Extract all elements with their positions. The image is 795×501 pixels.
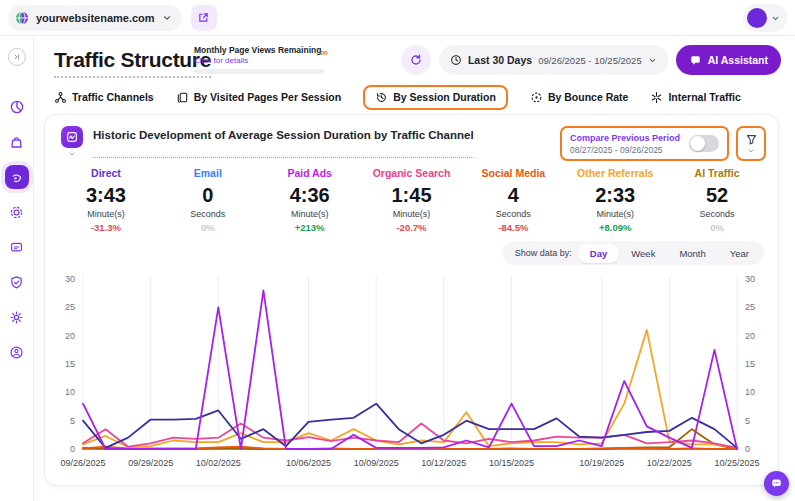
shield-check-icon	[9, 275, 24, 290]
svg-text:25: 25	[65, 302, 75, 312]
gear-icon	[9, 310, 24, 325]
shopping-bag-icon	[9, 135, 24, 150]
tab-session-duration[interactable]: By Session Duration	[363, 85, 508, 110]
card-title: Historic Development of Average Session …	[93, 129, 474, 158]
history-clock-icon	[375, 91, 388, 104]
chevron-down-icon	[162, 13, 172, 23]
metric-unit: Seconds	[666, 209, 768, 219]
sidebar-item-feedback[interactable]	[5, 235, 29, 259]
metric-label: Email	[157, 167, 259, 179]
metric-social-media: Social Media 4 Seconds -84.5%	[462, 167, 564, 233]
clock-icon	[450, 54, 462, 66]
svg-text:10/12/2025: 10/12/2025	[421, 458, 466, 468]
svg-text:15: 15	[65, 359, 75, 369]
compare-toggle[interactable]	[689, 135, 719, 152]
tab-visited-pages-per-session[interactable]: By Visited Pages Per Session	[176, 91, 341, 104]
refresh-button[interactable]	[401, 45, 431, 75]
metric-delta: +8.09%	[564, 222, 666, 233]
tab-label: By Session Duration	[393, 91, 496, 103]
tab-label: Traffic Channels	[72, 91, 154, 103]
sidebar-item-analytics[interactable]	[5, 95, 29, 119]
chevron-down-icon	[648, 56, 657, 65]
sidebar-item-goals[interactable]	[5, 200, 29, 224]
metric-label: Other Referrals	[564, 167, 666, 179]
svg-text:10/19/2025: 10/19/2025	[579, 458, 624, 468]
svg-text:10/06/2025: 10/06/2025	[286, 458, 331, 468]
click-for-details-link[interactable]: Click for details	[194, 56, 328, 65]
support-chat-button[interactable]	[764, 471, 789, 496]
granularity-year[interactable]: Year	[718, 244, 761, 263]
tab-bounce-rate[interactable]: By Bounce Rate	[530, 91, 629, 104]
date-range-picker[interactable]: Last 30 Days 09/26/2025 - 10/25/2025	[439, 45, 668, 75]
page-title: Traffic Structure	[54, 48, 211, 78]
tab-traffic-channels[interactable]: Traffic Channels	[54, 91, 154, 104]
metric-unit: Seconds	[157, 209, 259, 219]
metric-other-referrals: Other Referrals 2:33 Minute(s) +8.09%	[564, 167, 666, 233]
show-data-by-label: Show data by:	[515, 248, 572, 258]
metric-delta: +213%	[259, 222, 361, 233]
sidebar-item-settings[interactable]	[5, 305, 29, 329]
sidebar-collapse-button[interactable]	[8, 48, 26, 66]
metric-label: Organic Search	[361, 167, 463, 179]
sidebar-item-visitors[interactable]	[5, 340, 29, 364]
metric-label: Paid Ads	[259, 167, 361, 179]
chevron-down-icon	[747, 147, 755, 155]
metric-delta: -20.7%	[361, 222, 463, 233]
page-views-progressbar	[194, 69, 324, 74]
granularity-month[interactable]: Month	[667, 244, 717, 263]
tab-internal-traffic[interactable]: Internal Traffic	[650, 91, 740, 104]
channel-metrics-row: Direct 3:43 Minute(s) -31.3% Email 0 Sec…	[45, 167, 778, 233]
filter-button[interactable]	[736, 126, 766, 161]
sidebar-item-security[interactable]	[5, 270, 29, 294]
metric-value: 1:45	[361, 184, 463, 207]
ai-assistant-button[interactable]: AI Assistant	[676, 45, 781, 75]
refresh-icon	[409, 53, 423, 67]
session-duration-card: Historic Development of Average Session …	[44, 114, 779, 486]
metric-ai-traffic: AI Traffic 52 Seconds 0%	[666, 167, 768, 233]
compare-range: 08/27/2025 - 09/26/2025	[570, 145, 680, 155]
svg-text:10: 10	[745, 387, 755, 397]
page-views-label: Monthly Page Views Remaining	[194, 45, 328, 55]
sidebar-item-store[interactable]	[5, 130, 29, 154]
site-selector[interactable]: yourwebsitename.com	[8, 5, 182, 31]
svg-text:5: 5	[70, 416, 75, 426]
metric-unit: Minute(s)	[564, 209, 666, 219]
pulse-icon	[65, 130, 79, 144]
svg-text:20: 20	[745, 331, 755, 341]
metric-value: 2:33	[564, 184, 666, 207]
chevron-down-icon	[771, 14, 780, 23]
avatar	[747, 8, 767, 28]
chat-square-icon	[9, 240, 24, 255]
chat-bubble-icon	[689, 54, 702, 67]
page-views-remaining: Monthly Page Views Remaining Click for d…	[194, 45, 328, 74]
external-link-icon	[197, 11, 210, 24]
metric-unit: Minute(s)	[361, 209, 463, 219]
granularity-week[interactable]: Week	[619, 244, 667, 263]
open-site-button[interactable]	[191, 5, 217, 31]
user-menu[interactable]	[743, 4, 787, 32]
sidebar-item-traffic[interactable]	[5, 165, 29, 189]
bounce-target-icon	[530, 91, 543, 104]
date-range-value: 09/26/2025 - 10/25/2025	[538, 55, 642, 66]
chart-widget-icon[interactable]	[61, 126, 83, 148]
svg-text:10: 10	[65, 387, 75, 397]
target-icon	[9, 205, 24, 220]
metric-label: AI Traffic	[666, 167, 768, 179]
collapse-arrow-icon	[12, 52, 22, 62]
metric-paid-ads: Paid Ads 4:36 Minute(s) +213%	[259, 167, 361, 233]
metric-direct: Direct 3:43 Minute(s) -31.3%	[55, 167, 157, 233]
session-duration-chart[interactable]: 00551010151520202525303009/26/202509/29/…	[45, 269, 778, 477]
view-tabs: Traffic Channels By Visited Pages Per Se…	[54, 84, 741, 110]
svg-text:20: 20	[65, 331, 75, 341]
person-pin-icon	[9, 345, 24, 360]
chat-bubble-icon	[770, 477, 783, 490]
metric-email: Email 0 Seconds 0%	[157, 167, 259, 233]
pie-chart-icon	[9, 99, 25, 115]
metric-label: Direct	[55, 167, 157, 179]
top-bar: yourwebsitename.com	[0, 0, 795, 36]
metric-delta: 0%	[666, 222, 768, 233]
traffic-radar-icon	[9, 170, 24, 185]
granularity-day[interactable]: Day	[578, 244, 619, 263]
chevron-down-icon[interactable]	[68, 150, 76, 158]
svg-text:5: 5	[745, 416, 750, 426]
